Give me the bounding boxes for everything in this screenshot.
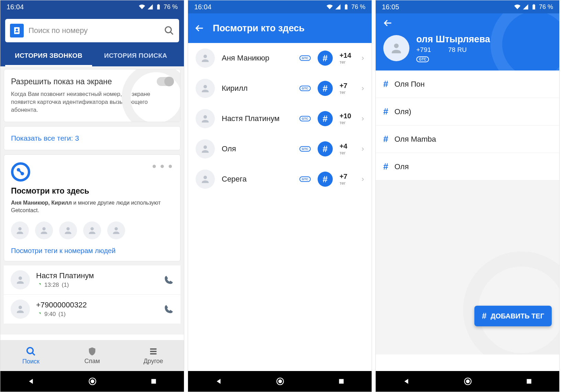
chevron-right-icon: › [362,54,364,63]
status-bar: 16:05 76 % [376,0,559,13]
status-icons: 76 % [514,3,553,11]
signal-icon [522,4,529,10]
bottom-nav: Поиск Спам Другое [0,340,184,371]
nav-back-icon[interactable] [215,378,222,385]
battery-icon [155,4,162,10]
outgoing-call-icon [36,312,42,317]
tabs: ИСТОРИЯ ЗВОНКОВ ИСТОРИЯ ПОИСКА [5,47,179,66]
status-bar: 16:04 76 % [0,0,184,13]
svg-rect-16 [152,379,156,383]
wifi-icon [327,4,333,10]
tag-row[interactable]: #Оля) [376,98,559,126]
nav-search[interactable]: Поиск [0,340,62,371]
person-name: Настя Платинум [222,114,293,123]
battery-percent: 76 % [539,3,553,11]
header: Поиск по номеру ИСТОРИЯ ЗВОНКОВ ИСТОРИЯ … [0,13,184,66]
nav-back-icon[interactable] [403,378,410,385]
tag-label: Оля [394,162,409,171]
avatar-icon [35,221,53,239]
menu-icon [148,347,158,356]
call-row[interactable]: Настя Платинум 13:28(1) [4,265,180,294]
gtc-badge: GTC [416,56,429,62]
tag-count: +7тег [340,173,355,186]
watermark-icon [122,69,180,122]
search-input[interactable]: Поиск по номеру [5,19,179,42]
svg-point-23 [279,380,282,383]
android-nav [376,371,559,392]
people-list[interactable]: Аня Маникюр GTC # +14тег › Кирилл GTC # … [188,43,372,194]
more-icon[interactable]: ● ● ● [152,162,173,171]
promo-link[interactable]: Посмотри теги к номерам людей [11,247,173,255]
tag-row[interactable]: #Оля Mamba [376,126,559,153]
add-tag-label: ДОБАВИТЬ ТЕГ [491,312,544,320]
status-icons: 76 % [139,3,178,11]
tab-search-history[interactable]: ИСТОРИЯ ПОИСКА [92,47,179,66]
nav-spam[interactable]: Спам [62,340,123,371]
svg-point-3 [42,227,45,230]
person-row[interactable]: Оля GTC # +4тег › [188,134,372,164]
person-name: Серега [222,175,293,184]
svg-point-6 [114,227,118,230]
avatar-icon [196,48,215,68]
call-row[interactable]: +79000000322 9:40(1) [4,294,180,324]
nav-home-icon[interactable] [463,377,472,386]
hash-icon: # [383,161,388,172]
main-content[interactable]: Разрешить показ на экране Когда Вам позв… [0,66,184,335]
svg-point-7 [19,276,22,280]
tab-call-history[interactable]: ИСТОРИЯ ЗВОНКОВ [5,47,92,66]
status-time: 16:05 [382,3,399,11]
promo-sub: Аня Маникюр, Кирилл и многие другие люди… [11,199,173,215]
add-tag-button[interactable]: # ДОБАВИТЬ ТЕГ [474,306,552,326]
call-button[interactable] [164,304,174,314]
person-row[interactable]: Кирилл GTC # +7тег › [188,73,372,104]
avatar-icon [11,300,30,319]
hash-icon: # [318,141,333,156]
person-row[interactable]: Серега GTC # +7тег › [188,164,372,194]
nav-recent-icon[interactable] [526,378,532,385]
hash-icon: # [482,311,486,321]
screen-profile: 16:05 76 % оля Штырляева +79178 RU GTC [375,0,560,392]
svg-point-18 [204,85,207,88]
back-button[interactable] [195,23,205,33]
nav-recent-icon[interactable] [150,378,157,385]
person-row[interactable]: Аня Маникюр GTC # +14тег › [188,43,372,73]
show-all-tags-link[interactable]: Показать все теги: 3 [4,126,180,150]
tags-list[interactable]: #Оля Пон #Оля) #Оля Mamba #Оля # ДОБАВИТ… [376,70,559,355]
chevron-right-icon: › [362,114,364,123]
nav-other[interactable]: Другое [123,340,184,371]
svg-point-0 [165,27,172,33]
status-icons: 76 % [327,3,365,11]
battery-percent: 76 % [164,3,178,11]
gtc-badge: GTC [299,55,311,61]
nav-home-icon[interactable] [88,377,97,386]
avatar-icon [83,221,101,239]
android-nav [0,371,184,392]
person-name: Оля [222,144,293,153]
svg-line-10 [32,352,35,355]
promo-title: Посмотри кто здесь [11,186,173,196]
svg-point-17 [204,55,207,58]
avatar-icon [196,79,215,98]
svg-point-27 [466,380,470,383]
permission-toggle[interactable] [157,77,173,86]
call-meta: 9:40(1) [36,311,158,318]
search-icon[interactable] [164,25,174,36]
avatar-icon [59,221,77,239]
person-row[interactable]: Настя Платинум GTC # +10тег › [188,104,372,134]
tag-label: Оля Mamba [394,135,436,144]
hash-icon: # [383,134,388,144]
gtc-badge: GTC [299,116,311,121]
nav-back-icon[interactable] [27,378,35,385]
permission-card: Разрешить показ на экране Когда Вам позв… [4,69,180,122]
screen-search: 16:04 76 % Поиск по номеру ИСТОРИЯ ЗВОНК… [0,0,184,392]
svg-line-1 [170,32,173,35]
nav-home-icon[interactable] [276,377,285,386]
promo-card: ● ● ● Посмотри кто здесь Аня Маникюр, Ки… [4,154,180,261]
call-button[interactable] [164,275,174,285]
shield-icon [87,347,97,356]
tag-count: +4тег [340,142,355,155]
profile-info: оля Штырляева +79178 RU GTC [416,34,490,62]
tag-row[interactable]: #Оля [376,153,559,181]
nav-recent-icon[interactable] [338,378,345,385]
tag-row[interactable]: #Оля Пон [376,70,559,98]
